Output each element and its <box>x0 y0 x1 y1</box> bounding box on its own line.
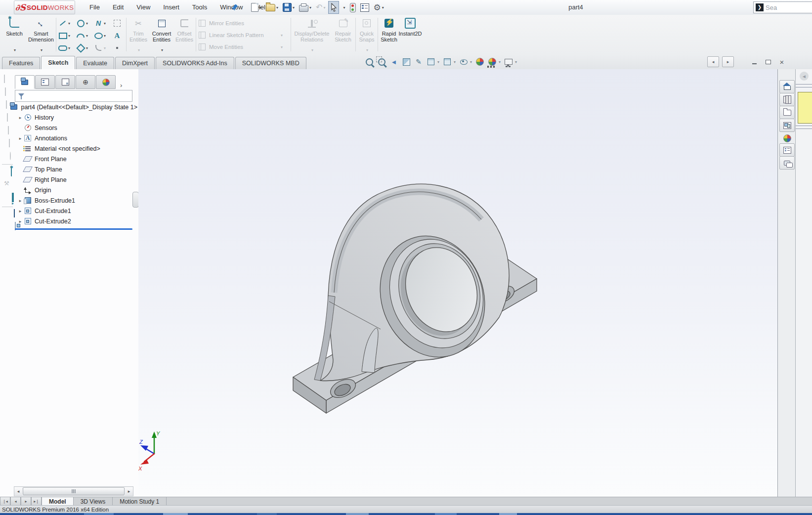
expand-arrow-icon[interactable] <box>17 115 24 120</box>
zoom-to-area-button[interactable] <box>376 56 387 68</box>
open-file-caret-icon[interactable] <box>276 5 278 10</box>
scrollbar-thumb[interactable] <box>23 487 125 495</box>
menu-insert[interactable]: Insert <box>157 0 186 14</box>
options-list-button[interactable] <box>359 1 371 14</box>
view-orientation-button[interactable] <box>425 56 437 68</box>
arc-tool-button[interactable] <box>76 31 88 40</box>
trim-box-tool-button[interactable] <box>113 19 122 28</box>
rapid-sketch-button[interactable]: Rapid Sketch <box>380 16 398 53</box>
custom-properties-tab[interactable] <box>779 143 795 157</box>
section-view-button[interactable] <box>400 56 412 68</box>
previous-view-button[interactable] <box>388 56 400 68</box>
tab-feature-tree[interactable] <box>15 75 35 89</box>
tab-model[interactable]: Model <box>42 497 74 506</box>
tree-item-annotations[interactable]: A Annotations <box>0 133 137 143</box>
file-explorer-tab[interactable] <box>779 106 795 119</box>
smart-dimension-caret-icon[interactable] <box>41 48 43 52</box>
menu-tools[interactable]: Tools <box>186 0 214 14</box>
convert-entities-button[interactable]: Convert Entities <box>150 16 173 53</box>
smart-dimension-button[interactable]: Smart Dimension <box>27 16 55 53</box>
tab-features[interactable]: Features <box>2 57 40 69</box>
menu-file[interactable]: File <box>83 0 106 14</box>
undo-button[interactable] <box>314 1 327 14</box>
forum-tab[interactable] <box>779 156 795 170</box>
tab-dimxpert-manager[interactable] <box>76 75 95 89</box>
tab-solidworks-add-ins[interactable]: SOLIDWORKS Add-Ins <box>156 57 234 69</box>
rollback-bar[interactable] <box>15 228 132 230</box>
tab-evaluate[interactable]: Evaluate <box>76 57 114 69</box>
view-orientation-caret-icon[interactable] <box>437 60 439 64</box>
tree-item-origin[interactable]: Origin <box>0 185 137 195</box>
tab-motion-study-1[interactable]: Motion Study 1 <box>113 497 167 506</box>
tab-3d-views[interactable]: 3D Views <box>74 497 113 506</box>
scroll-left-arrow-icon[interactable]: ◂ <box>14 487 22 495</box>
new-file-button[interactable] <box>250 1 263 14</box>
view-cube-icon-2[interactable] <box>5 87 6 96</box>
tree-item-history[interactable]: History <box>0 112 137 123</box>
tree-filter-box[interactable] <box>15 90 132 102</box>
appearances-tab[interactable] <box>779 131 795 145</box>
pin-menu-icon[interactable] <box>231 4 238 11</box>
prev-tab-nav-button[interactable]: ◂ <box>10 497 21 506</box>
tree-item-sensors[interactable]: Sensors <box>0 123 137 133</box>
settings-caret-icon[interactable] <box>382 5 384 10</box>
tab-sketch[interactable]: Sketch <box>41 56 75 69</box>
line-tool-button[interactable] <box>58 19 70 28</box>
sketch-button[interactable]: Sketch <box>3 16 26 53</box>
minimize-button[interactable] <box>749 57 760 67</box>
select-tool-button[interactable] <box>328 1 339 14</box>
home-tab[interactable] <box>779 80 795 93</box>
tab-solidworks-mbd[interactable]: SOLIDWORKS MBD <box>235 57 306 69</box>
view-settings-button[interactable] <box>503 56 514 68</box>
slot-tool-button[interactable] <box>58 43 70 52</box>
sketch-visibility-button[interactable] <box>413 56 425 68</box>
last-tab-nav-button[interactable]: ▸❘ <box>31 497 42 506</box>
tree-item-cut-extrude1[interactable]: Cut-Extrude1 <box>0 206 137 216</box>
view-settings-caret-icon[interactable] <box>515 60 517 64</box>
save-button[interactable] <box>281 1 296 14</box>
spline-tool-button[interactable]: N <box>94 19 106 28</box>
tree-root-part[interactable]: part4 (Default<<Default>_Display State 1… <box>0 102 137 112</box>
convert-entities-caret-icon[interactable] <box>161 48 163 52</box>
first-tab-nav-button[interactable]: ❘◂ <box>0 497 10 506</box>
text-tool-button[interactable]: A <box>113 31 122 40</box>
design-library-tab[interactable] <box>779 93 795 106</box>
save-caret-icon[interactable] <box>293 5 295 10</box>
search-box[interactable]: Sea <box>753 1 812 13</box>
tab-display-manager[interactable] <box>96 75 116 89</box>
edit-appearance-button[interactable] <box>474 56 486 68</box>
menu-edit[interactable]: Edit <box>106 0 130 14</box>
expand-arrow-icon[interactable] <box>17 198 24 203</box>
tabs-overflow-arrow-icon[interactable]: › <box>120 82 122 89</box>
tree-horizontal-scrollbar[interactable]: ◂ ▸ <box>14 486 133 496</box>
graphics-area[interactable]: Y Z X <box>138 69 777 497</box>
view-palette-tab[interactable] <box>779 119 795 132</box>
expand-arrow-icon[interactable] <box>17 219 24 224</box>
hide-show-caret-icon[interactable] <box>470 60 472 64</box>
ellipse-tool-button[interactable] <box>94 31 106 40</box>
rectangle-tool-button[interactable] <box>58 31 70 40</box>
expand-arrow-icon[interactable] <box>17 136 24 141</box>
print-button[interactable] <box>298 1 313 14</box>
fillet-tool-button[interactable] <box>94 43 106 52</box>
tab-configuration-manager[interactable] <box>55 75 75 89</box>
next-window-button[interactable]: ▸ <box>722 56 734 67</box>
back-arrow-icon[interactable]: ◄ <box>800 72 809 81</box>
tree-item-material[interactable]: Material <not specified> <box>0 143 137 154</box>
restore-button[interactable] <box>763 57 773 67</box>
tree-item-boss-extrude1[interactable]: Boss-Extrude1 <box>0 195 137 206</box>
settings-button[interactable] <box>372 1 385 14</box>
display-style-caret-icon[interactable] <box>454 60 456 64</box>
scroll-right-arrow-icon[interactable]: ▸ <box>125 487 133 495</box>
close-button[interactable]: × <box>776 57 787 67</box>
tab-dimxpert[interactable]: DimXpert <box>115 57 155 69</box>
tree-item-top-plane[interactable]: Top Plane <box>0 164 137 174</box>
tree-item-cut-extrude2[interactable]: Cut-Extrude2 <box>0 216 137 226</box>
zoom-to-fit-button[interactable] <box>363 56 375 68</box>
tab-property-manager[interactable] <box>35 75 55 89</box>
menu-view[interactable]: View <box>130 0 157 14</box>
new-file-caret-icon[interactable] <box>259 5 261 10</box>
view-cube-icon-1[interactable] <box>4 75 5 83</box>
apply-scene-button[interactable] <box>486 56 498 68</box>
previous-window-button[interactable]: ◂ <box>707 56 719 67</box>
